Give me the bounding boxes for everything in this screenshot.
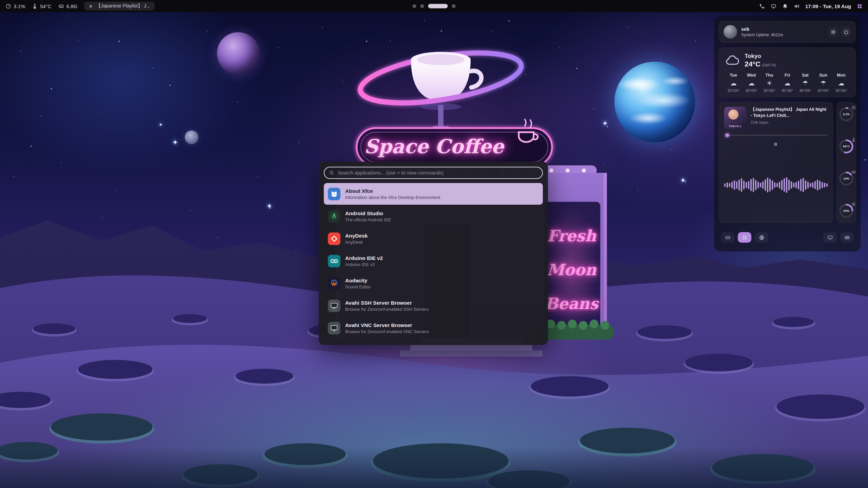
now-playing-chip[interactable]: 【Japanese Playlist】 J...	[84, 2, 155, 11]
cpu-value: 3.1%	[14, 3, 25, 9]
track-title: 【Japanese Playlist】 Japan All Night - To…	[751, 107, 828, 119]
app-name: Avahi SSH Server Browser	[345, 300, 429, 306]
network-icon[interactable]	[771, 3, 776, 9]
neon-sign: Space Coffee	[357, 119, 552, 166]
waveform-bar	[753, 178, 754, 192]
stat-gauge: 24%	[839, 203, 854, 219]
now-playing-label: 【Japanese Playlist】 J...	[96, 3, 150, 9]
track-subtitle: Chill Japan.	[751, 120, 828, 124]
waveform-bar	[812, 182, 813, 188]
app-list-item[interactable]: Avahi SSH Server Browser Browse for Zero…	[324, 295, 543, 317]
power-button[interactable]	[841, 27, 851, 37]
forecast-row: Tue ☁ 33°/24° Wed ☁ 35°/25° Thu ☀ 33°/26…	[725, 73, 850, 93]
waveform-bar	[791, 181, 792, 189]
pause-button[interactable]	[771, 139, 781, 149]
app-list-item[interactable]: Arduino IDE v2 Arduino IDE v2	[324, 250, 543, 272]
waveform-bar	[750, 179, 752, 191]
dock-button-icon	[827, 235, 833, 240]
waveform-bar	[729, 183, 730, 187]
dock-button-globe[interactable]	[755, 232, 768, 243]
speaker-icon[interactable]	[794, 3, 800, 9]
search-icon	[329, 170, 334, 176]
system-stats: 3.1% 54°C 6.8G 【Japanese Playlist】 J...	[5, 2, 155, 11]
app-name: Avahi VNC Server Browser	[345, 322, 429, 328]
music-progress-slider[interactable]	[724, 135, 828, 136]
dock-button-grid[interactable]	[738, 232, 751, 243]
app-list-item[interactable]: Audacity Sound Editor	[324, 272, 543, 294]
forecast-day: Tue ☁ 33°/24°	[725, 73, 742, 93]
small-moon	[185, 130, 198, 144]
forecast-day-name: Thu	[766, 73, 773, 78]
waveform-bar	[798, 181, 799, 189]
dock-button-gamepad[interactable]	[721, 232, 734, 243]
app-name: About Xfce	[345, 188, 440, 194]
waveform-bar	[822, 182, 823, 188]
forecast-temps: 36°/26°	[800, 88, 811, 93]
app-name: Android Studio	[345, 210, 391, 217]
waveform-bar	[746, 182, 747, 188]
sign-pole	[438, 105, 443, 129]
gauge-icon	[851, 202, 856, 206]
album-art: TOKYO L	[724, 107, 747, 129]
purple-planet	[217, 32, 259, 75]
app-icon	[328, 300, 340, 312]
bell-icon[interactable]	[782, 3, 788, 9]
dock-button-keyboard[interactable]	[840, 232, 854, 243]
forecast-day-name: Wed	[747, 73, 756, 78]
waveform-bar	[762, 181, 764, 189]
waveform-bar	[803, 178, 804, 192]
waveform-bar	[805, 180, 806, 190]
workspace-dot-4[interactable]	[452, 4, 456, 8]
search-input[interactable]	[338, 170, 538, 176]
app-icon	[328, 232, 340, 245]
launcher-search	[324, 167, 543, 179]
album-art-label: TOKYO L	[724, 125, 747, 128]
widget-panel: seb System Uptime: 4h11m Tokyo 24°C (GMT…	[714, 16, 861, 251]
phone-icon[interactable]	[759, 3, 765, 9]
waveform-bar	[731, 182, 733, 188]
settings-button[interactable]	[828, 27, 838, 37]
window-neon-line-1: Fresh	[547, 227, 596, 245]
app-launcher: About Xfce Information about the Xfce De…	[319, 162, 548, 345]
waveform-bar	[748, 181, 749, 189]
waveform-bar	[807, 182, 809, 188]
waveform-bar	[786, 177, 787, 193]
uptime-label: System Uptime: 4h11m	[741, 33, 783, 37]
waveform-bar	[738, 180, 740, 190]
pause-icon	[88, 4, 93, 8]
app-list-item[interactable]: Avahi VNC Server Browser Browse for Zero…	[324, 317, 543, 339]
waveform-bar	[760, 183, 761, 187]
app-list-item[interactable]: About Xfce Information about the Xfce De…	[324, 183, 543, 205]
forecast-weather-icon: ☁	[730, 80, 737, 86]
stat-gauge: 3.1%	[839, 106, 854, 122]
waveform-bar	[800, 179, 802, 191]
app-list-item[interactable]: Android Studio The official Android IDE	[324, 205, 543, 227]
memory-stat: 6.8G	[58, 3, 78, 9]
dock-left-group	[721, 232, 768, 243]
workspace-dot-3[interactable]	[428, 4, 448, 8]
clock[interactable]: 17:09 - Tue, 19 Aug	[805, 3, 851, 9]
workspace-indicator	[413, 4, 456, 8]
waveform-bar	[781, 180, 783, 190]
stat-gauge: 14%	[839, 171, 854, 186]
app-description: AnyDesk	[345, 240, 368, 245]
waveform-bar	[784, 178, 785, 192]
music-progress-thumb[interactable]	[726, 134, 729, 137]
waveform-bar	[757, 182, 759, 188]
dock-button-display[interactable]	[823, 232, 837, 243]
pause-icon	[773, 142, 779, 147]
weather-city: Tokyo	[745, 53, 776, 60]
workspace-dot-1[interactable]	[413, 4, 416, 8]
app-list: About Xfce Information about the Xfce De…	[324, 183, 543, 339]
workspace-dot-2[interactable]	[420, 4, 424, 8]
app-grid-icon[interactable]	[857, 3, 863, 9]
app-description: Browse for Zeroconf-enabled SSH Servers	[345, 307, 429, 312]
app-name: AnyDesk	[345, 232, 368, 239]
app-description: Browse for Zeroconf-enabled VNC Servers	[345, 329, 429, 334]
dock-button-icon	[844, 235, 850, 240]
app-list-item[interactable]: AnyDesk AnyDesk	[324, 228, 543, 249]
weather-temp: 24°C	[745, 60, 761, 68]
forecast-day: Sun ☂ 33°/26°	[814, 73, 832, 93]
waveform-bar	[755, 180, 756, 190]
star-sparkle	[159, 122, 163, 127]
